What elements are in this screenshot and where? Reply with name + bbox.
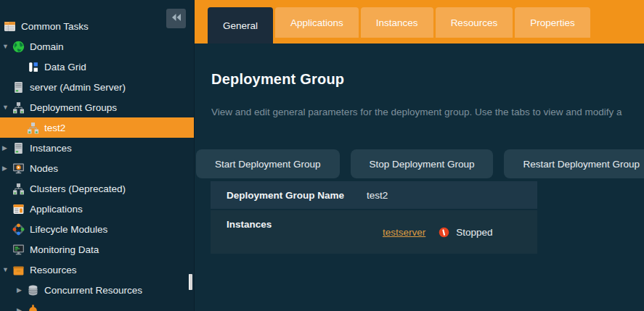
restart-deployment-group-button[interactable]: Restart Deployment Group bbox=[504, 149, 644, 178]
sidebar-item-label: Concurrent Resources bbox=[44, 285, 142, 296]
sidebar-item-lifecycle-modules[interactable]: Lifecycle Modules bbox=[0, 219, 194, 239]
sidebar: Common Tasks ▼ Domain Data Grid server (… bbox=[0, 0, 195, 311]
deployment-group-properties-table: Deployment Group Name test2 Instances te… bbox=[211, 181, 537, 254]
page-title: Deployment Group bbox=[211, 71, 644, 88]
tree-collapse-icon[interactable]: ▼ bbox=[2, 267, 12, 273]
cluster-icon bbox=[27, 122, 39, 134]
tree-expand-icon[interactable]: ▶ bbox=[17, 287, 27, 294]
sidebar-item-nodes[interactable]: ▶ Nodes bbox=[0, 158, 194, 178]
database-icon bbox=[27, 284, 39, 297]
node-monitor-icon bbox=[12, 162, 25, 175]
main-panel: General Applications Instances Resources… bbox=[195, 0, 644, 311]
lifecycle-cycle-icon bbox=[12, 223, 25, 236]
instance-cell: testserver Stopped bbox=[383, 210, 493, 254]
server-icon bbox=[12, 81, 25, 94]
resources-box-icon bbox=[12, 264, 25, 276]
sidebar-item-label: Lifecycle Modules bbox=[30, 224, 107, 235]
sidebar-item-domain[interactable]: ▼ Domain bbox=[0, 36, 194, 57]
sidebar-item-concurrent-resources[interactable]: ▶ Concurrent Resources bbox=[0, 280, 194, 300]
navigation-tree: Common Tasks ▼ Domain Data Grid server (… bbox=[0, 16, 194, 311]
sidebar-item-label: server (Admin Server) bbox=[30, 82, 126, 93]
sidebar-item-test2[interactable]: test2 bbox=[0, 117, 194, 138]
instance-status: Stopped bbox=[439, 227, 492, 238]
connector-icon bbox=[27, 304, 39, 311]
sidebar-item-clusters-deprecated[interactable]: Clusters (Deprecated) bbox=[0, 178, 194, 199]
globe-icon bbox=[12, 41, 25, 53]
start-deployment-group-button[interactable]: Start Deployment Group bbox=[196, 149, 340, 178]
tab-instances[interactable]: Instances bbox=[361, 7, 433, 38]
action-button-row: Start Deployment Group Stop Deployment G… bbox=[196, 149, 644, 178]
instances-label: Instances bbox=[227, 210, 367, 254]
data-grid-icon bbox=[27, 61, 39, 73]
double-left-arrow-icon bbox=[171, 13, 182, 24]
tab-applications[interactable]: Applications bbox=[275, 7, 359, 38]
sidebar-item-connectors-partial[interactable]: ▶ bbox=[0, 300, 194, 311]
sidebar-scrollbar-thumb[interactable] bbox=[189, 274, 192, 290]
server-icon bbox=[12, 142, 25, 154]
table-row: Instances testserver Stopped bbox=[211, 210, 537, 254]
tasks-table-icon bbox=[4, 20, 16, 33]
sidebar-item-label: Monitoring Data bbox=[30, 244, 99, 255]
sidebar-item-deployment-groups[interactable]: ▼ Deployment Groups bbox=[0, 97, 194, 117]
tab-resources[interactable]: Resources bbox=[436, 7, 513, 38]
tree-collapse-icon[interactable]: ▼ bbox=[2, 43, 12, 50]
tab-bar: General Applications Instances Resources… bbox=[195, 0, 644, 43]
sidebar-item-label: Common Tasks bbox=[21, 21, 89, 32]
sidebar-item-label: Data Grid bbox=[44, 62, 86, 72]
sidebar-item-label: Nodes bbox=[30, 163, 58, 174]
deployment-group-name-value: test2 bbox=[367, 190, 388, 201]
cluster-icon bbox=[12, 183, 25, 195]
tab-properties[interactable]: Properties bbox=[515, 7, 590, 38]
monitor-chart-icon bbox=[12, 244, 25, 256]
sidebar-item-instances[interactable]: ▶ Instances bbox=[0, 138, 194, 158]
sidebar-item-label: Resources bbox=[30, 265, 77, 275]
table-row: Deployment Group Name test2 bbox=[211, 181, 537, 209]
sidebar-item-data-grid[interactable]: Data Grid bbox=[0, 57, 194, 77]
sidebar-item-label: Clusters (Deprecated) bbox=[30, 183, 126, 194]
sidebar-item-label: Applications bbox=[30, 204, 83, 215]
cluster-icon bbox=[12, 101, 25, 114]
deployment-group-name-label: Deployment Group Name bbox=[227, 190, 367, 201]
tree-expand-icon[interactable]: ▶ bbox=[17, 307, 27, 311]
sidebar-item-label: test2 bbox=[44, 123, 65, 133]
sidebar-item-resources[interactable]: ▼ Resources bbox=[0, 260, 194, 280]
tab-general[interactable]: General bbox=[208, 7, 273, 43]
sidebar-item-server-admin[interactable]: server (Admin Server) bbox=[0, 77, 194, 97]
sidebar-item-monitoring-data[interactable]: Monitoring Data bbox=[0, 239, 194, 260]
sidebar-item-label: Instances bbox=[30, 143, 72, 154]
instance-link-testserver[interactable]: testserver bbox=[383, 227, 425, 238]
page-subtitle: View and edit general parameters for the… bbox=[211, 107, 644, 117]
tree-collapse-icon[interactable]: ▼ bbox=[2, 104, 12, 111]
sidebar-item-common-tasks[interactable]: Common Tasks bbox=[0, 16, 194, 36]
stopped-status-icon bbox=[439, 227, 449, 238]
sidebar-collapse-button[interactable] bbox=[166, 9, 186, 28]
sidebar-item-label: Domain bbox=[30, 41, 64, 52]
sidebar-item-label: Deployment Groups bbox=[30, 102, 117, 113]
sidebar-item-applications[interactable]: Applications bbox=[0, 199, 194, 219]
tree-expand-icon[interactable]: ▶ bbox=[2, 145, 12, 152]
tree-expand-icon[interactable]: ▶ bbox=[2, 165, 12, 172]
status-text: Stopped bbox=[456, 227, 492, 238]
applications-window-icon bbox=[12, 203, 25, 215]
stop-deployment-group-button[interactable]: Stop Deployment Group bbox=[351, 149, 494, 178]
